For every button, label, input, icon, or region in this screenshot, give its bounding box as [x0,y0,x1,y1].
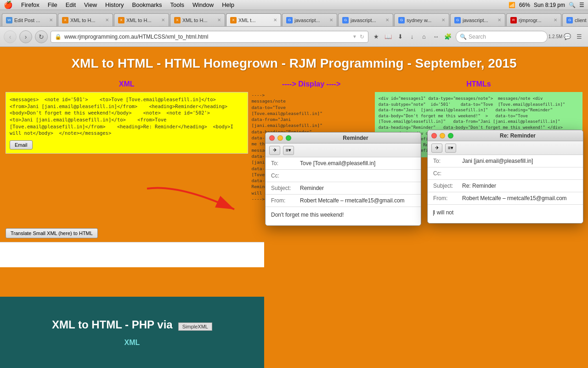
menu-help[interactable]: Help [222,1,234,8]
tab-label-4: XML t... [238,17,256,23]
tab-label-9: rjmprogr... [519,17,542,23]
search-menubar-icon[interactable]: 🔍 [569,2,576,8]
email-modal-right: Re: Reminder ✈ ≡▾ To: Jani [jani.email@p… [427,130,583,224]
sync-icon[interactable]: ↔ [431,32,441,42]
download-icon[interactable]: ↓ [407,32,417,42]
tab-favicon-0: W [6,17,12,23]
refresh-icon[interactable]: ↻ [360,34,364,40]
extension-icon[interactable]: 🧩 [443,32,453,42]
tab-label-6: javascript... [351,17,376,23]
refresh-button[interactable]: ↻ [35,30,48,43]
minimize-dot-right[interactable] [440,133,445,138]
menu-window[interactable]: Window [192,1,214,8]
bookmark-icon[interactable]: 📖 [383,32,393,42]
menu-tools[interactable]: Tools [170,1,184,8]
tab-label-8: javascript... [463,17,488,23]
tab-favicon-1: X [62,17,68,23]
menu-bookmarks[interactable]: Bookmarks [132,1,162,8]
back-button[interactable]: ‹ [4,30,17,43]
send-icon-right[interactable]: ✈ [431,144,442,153]
url-bar[interactable]: 🔒 www.rjmprogramming.com.au/HTMLCSS/xml_… [51,31,368,43]
maximize-dot-left[interactable] [286,135,291,141]
tab-close-7[interactable]: ✕ [441,17,445,23]
star-icon[interactable]: ★ [371,32,381,42]
maximize-dot-right[interactable] [448,133,453,138]
tab-label-5: javascript... [294,17,320,23]
cc-label-left: Cc: [271,172,296,179]
apple-menu[interactable]: 🍎 [4,0,13,9]
tab-8[interactable]: G javascript... ✕ [450,13,505,26]
to-value-left: Tove [Tove.email@pleasefill.in] [300,160,375,167]
red-arrow-container [142,184,262,216]
bottom-title: XML to HTML - PHP via [52,318,173,331]
xml-textarea[interactable] [0,242,264,267]
xml-content-box: <messages> <note id='501'> <to>Tove [Tov… [6,92,248,154]
email-body-left: Don't forget me this weekend! [266,207,421,225]
tab-label-0: Edit Post ... [14,17,40,23]
tab-6[interactable]: G javascript... ✕ [338,13,393,26]
tab-close-6[interactable]: ✕ [385,17,389,23]
tab-label-3: XML to H... [182,17,208,23]
wifi-icon: 📶 [509,2,515,8]
email-button[interactable]: Email [10,140,33,150]
email-right-titlebar: Re: Reminder [428,130,583,141]
tab-1[interactable]: X XML to H... ✕ [58,13,113,26]
tab-close-0[interactable]: ✕ [49,17,53,23]
bottom-title-row: XML to HTML - PHP via SimpleXML [52,318,212,335]
menu-edit[interactable]: Edit [66,1,76,8]
notification-icon[interactable]: ☰ [579,2,584,8]
tab-4[interactable]: X XML t... ✕ [226,13,281,26]
email-body-right: I will not [428,205,583,223]
tab-close-2[interactable]: ✕ [161,17,165,23]
menu-icon-left[interactable]: ≡▾ [283,146,294,155]
menu-firefox[interactable]: Firefox [21,1,40,8]
lock-icon: 🔒 [55,34,62,40]
tab-9[interactable]: R rjmprogr... ✕ [506,13,561,26]
tab-2[interactable]: X XML to H... ✕ [114,13,169,26]
chat-icon[interactable]: 💬 [562,32,572,42]
email-left-toolbar: ✈ ≡▾ [266,144,421,157]
tab-label-10: client pre [575,17,588,23]
email-left-title: Reminder [294,135,417,141]
menu-icon[interactable]: ☰ [574,32,584,42]
pocket-icon[interactable]: ⬇ [395,32,405,42]
url-dropdown-icon[interactable]: ▼ [352,34,357,39]
send-icon-left[interactable]: ✈ [269,146,280,155]
close-dot-right[interactable] [431,133,437,138]
menu-history[interactable]: History [105,1,124,8]
tab-favicon-4: X [230,17,237,23]
tab-close-8[interactable]: ✕ [498,17,501,23]
tab-favicon-3: X [174,17,181,23]
tab-label-2: XML to H... [126,17,152,23]
tab-3[interactable]: X XML to H... ✕ [170,13,225,26]
menu-file[interactable]: File [48,1,57,8]
tab-0[interactable]: W Edit Post ... ✕ [2,13,57,26]
menubar: 🍎 Firefox File Edit View History Bookmar… [0,0,588,10]
tab-close-5[interactable]: ✕ [329,17,333,23]
tab-label-1: XML to H... [70,17,96,23]
to-label-right: To: [433,158,458,164]
battery-indicator: 66% [519,2,530,8]
tab-close-1[interactable]: ✕ [105,17,109,23]
tab-close-3[interactable]: ✕ [217,17,221,23]
tab-close-4[interactable]: ✕ [273,17,277,23]
translate-button[interactable]: Translate Small XML (here) to HTML [6,228,98,238]
tab-7[interactable]: G sydney w... ✕ [394,13,449,26]
forward-button[interactable]: › [19,30,32,43]
tab-10[interactable]: G client pre ✕ [562,13,588,26]
menu-icon-right[interactable]: ≡▾ [445,144,456,153]
xml-text: <messages> <note id='501'> <to>Tove [Tov… [10,97,233,136]
search-label: Search [469,34,486,40]
tab-5[interactable]: G javascript... ✕ [282,13,337,26]
tab-close-9[interactable]: ✕ [554,17,557,23]
minimize-dot-left[interactable] [277,135,283,141]
menu-view[interactable]: View [84,1,97,8]
close-dot-left[interactable] [269,135,275,141]
subject-label-right: Subject: [433,183,458,189]
toolbar: ‹ › ↻ 🔒 www.rjmprogramming.com.au/HTMLCS… [0,27,588,47]
to-label-left: To: [271,160,296,167]
from-label-right: From: [433,195,458,201]
home-icon[interactable]: ⌂ [419,32,429,42]
counter-icon[interactable]: 1.2.5M [550,32,560,42]
search-bar[interactable]: 🔍 Search [456,31,548,43]
